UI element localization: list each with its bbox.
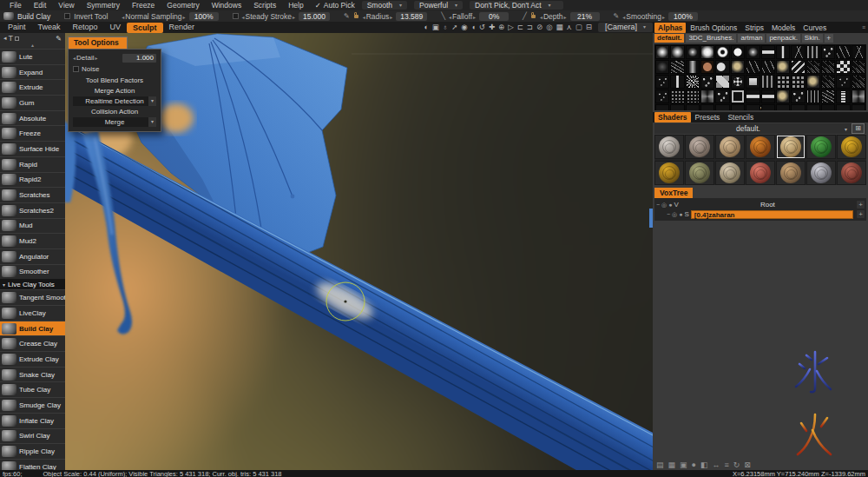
mannequin-icon[interactable]: ⋏ <box>567 22 572 33</box>
alpha-thumbnail[interactable] <box>852 89 865 103</box>
alpha-thumbnail[interactable] <box>761 45 775 59</box>
alpha-thumbnail[interactable] <box>761 104 775 110</box>
tool-freeze[interactable]: Freeze <box>0 125 65 141</box>
tool-snake-clay[interactable]: Snake Clay <box>0 367 65 382</box>
section-live-clay-tools[interactable]: ▾Live Clay Tools <box>0 279 65 289</box>
alpha-thumbnail[interactable] <box>655 45 669 59</box>
menu-file[interactable]: File <box>3 1 28 10</box>
tool-scratches2[interactable]: Scratches2 <box>0 202 65 218</box>
tool-inflate-clay[interactable]: Inflate Clay <box>0 413 65 428</box>
tool-extrude[interactable]: Extrude <box>0 79 65 95</box>
normal-sampling-label[interactable]: Normal Sampling <box>122 12 185 21</box>
alpha-thumbnail[interactable] <box>670 75 684 89</box>
pick-mode-dropdown[interactable]: Don't Pick, Don't Act <box>470 1 563 10</box>
alpha-thumbnail[interactable] <box>791 75 805 89</box>
shader-dot-icon[interactable]: ● <box>668 202 672 208</box>
voxtree-selected-layer[interactable]: [0.4]zaharan <box>691 210 853 219</box>
voxtree-tab[interactable]: VoxTree <box>654 188 693 198</box>
tool-angulator[interactable]: Angulator <box>0 248 65 264</box>
shader-thumbnail[interactable] <box>746 161 775 185</box>
tool-rapid[interactable]: Rapid <box>0 156 65 172</box>
alpha-thumbnail[interactable] <box>761 89 775 103</box>
tool-build-clay[interactable]: Build Clay <box>0 321 65 336</box>
snap-icon[interactable]: ⊕ <box>498 22 504 33</box>
add-shader-button[interactable]: ⊞ <box>852 123 865 134</box>
alpha-thumbnail[interactable] <box>836 75 850 89</box>
tool-crease-clay[interactable]: Crease Clay <box>0 335 65 351</box>
powerful-dropdown[interactable]: Powerful <box>414 1 463 10</box>
add-alpha-set-button[interactable]: + <box>825 34 833 43</box>
smooth-dropdown[interactable]: Smooth <box>362 1 407 10</box>
alpha-thumbnail[interactable] <box>806 60 820 74</box>
alpha-thumbnail[interactable] <box>852 75 865 89</box>
normal-sampling-value[interactable]: 100% <box>189 12 219 21</box>
tool-smudge-clay[interactable]: Smudge Clay <box>0 397 65 413</box>
alpha-thumbnail[interactable] <box>700 75 714 89</box>
alpha-thumbnail[interactable] <box>836 89 850 103</box>
tab-alphas[interactable]: Alphas <box>654 23 686 33</box>
tool-ripple-clay[interactable]: Ripple Clay <box>0 443 65 459</box>
alpha-set-skin[interactable]: Skin. <box>802 34 823 43</box>
noise-checkbox[interactable] <box>73 66 79 72</box>
shader-thumbnail[interactable] <box>715 161 745 185</box>
alpha-thumbnail[interactable] <box>715 75 729 89</box>
hide-icon[interactable]: ⊘ <box>536 22 542 33</box>
invert-tool-checkbox[interactable] <box>64 13 70 19</box>
pick-icon[interactable]: ♁ <box>443 22 448 33</box>
shader-thumbnail[interactable] <box>806 161 836 185</box>
visibility-icon[interactable]: ◎ <box>672 211 677 218</box>
alpha-thumbnail[interactable] <box>806 89 820 103</box>
shader-thumbnail[interactable] <box>654 161 684 185</box>
alpha-thumbnail[interactable] <box>746 60 760 74</box>
tab-shaders[interactable]: Shaders <box>654 112 691 123</box>
tool-lute[interactable]: Lute <box>0 49 65 64</box>
alpha-thumbnail[interactable] <box>731 60 745 74</box>
contrast-icon[interactable]: ◐ <box>424 22 429 33</box>
camera-dropdown[interactable]: [Camera] <box>598 23 653 32</box>
alpha-thumbnail[interactable] <box>655 104 669 110</box>
alpha-thumbnail[interactable] <box>746 75 760 89</box>
shader-thumbnail[interactable] <box>776 161 806 185</box>
radius-label[interactable]: Radius <box>363 12 393 21</box>
hand-icon[interactable]: ◖ <box>471 22 476 33</box>
collapse-icon[interactable]: − <box>656 202 660 208</box>
tab-models[interactable]: Models <box>768 23 799 32</box>
rotate-icon[interactable]: ↺ <box>479 22 485 33</box>
shader-thumbnail[interactable] <box>715 135 745 159</box>
tool-extrude-clay[interactable]: Extrude Clay <box>0 351 65 367</box>
tab-brush-options[interactable]: Brush Options <box>687 23 740 32</box>
panel-menu-icon[interactable]: ≡ <box>862 24 865 30</box>
alpha-thumbnail[interactable] <box>731 104 745 110</box>
detail-value-field[interactable]: 1.000 <box>122 54 156 63</box>
tool-gum[interactable]: Gum <box>0 95 65 110</box>
alpha-thumbnail[interactable] <box>700 104 714 110</box>
view-right-icon[interactable]: ⊐ <box>527 22 533 33</box>
steady-stroke-label[interactable]: Steady Stroke <box>242 12 295 21</box>
alpha-thumbnail[interactable] <box>821 75 835 89</box>
alpha-thumbnail[interactable] <box>776 45 790 59</box>
shader-thumbnail[interactable] <box>776 135 806 159</box>
pen-tool-icon[interactable]: ✎ <box>56 35 62 43</box>
shader-thumbnail[interactable] <box>746 135 775 159</box>
alpha-set-default[interactable]: default. <box>654 34 684 43</box>
voxtree-selected-row[interactable]: − ◎ ● S [0.4]zaharan + <box>656 209 865 219</box>
alpha-thumbnail[interactable] <box>670 60 684 74</box>
smoothing-value[interactable]: 100% <box>668 12 698 21</box>
alpha-thumbnail[interactable] <box>821 60 835 74</box>
depth-label[interactable]: Depth <box>540 12 567 21</box>
falloff-value[interactable]: 0% <box>479 12 509 21</box>
tool-liveclay[interactable]: LiveClay <box>0 305 65 321</box>
alpha-thumbnail[interactable] <box>791 104 805 110</box>
shader-thumbnail[interactable] <box>837 135 866 159</box>
alpha-thumbnail[interactable] <box>731 89 745 103</box>
alpha-thumbnail[interactable] <box>791 60 805 74</box>
tool-tangent-smooth[interactable]: Tangent Smooth <box>0 289 65 305</box>
menu-scripts[interactable]: Scripts <box>247 1 282 10</box>
alpha-thumbnail[interactable] <box>731 75 745 89</box>
alpha-thumbnail[interactable] <box>806 45 820 59</box>
alpha-thumbnail[interactable] <box>670 104 684 110</box>
tool-tube-clay[interactable]: Tube Clay <box>0 381 65 397</box>
shader-thumbnail[interactable] <box>685 161 714 185</box>
tool-scratches[interactable]: Scratches <box>0 187 65 202</box>
shader-thumbnail[interactable] <box>806 135 836 159</box>
